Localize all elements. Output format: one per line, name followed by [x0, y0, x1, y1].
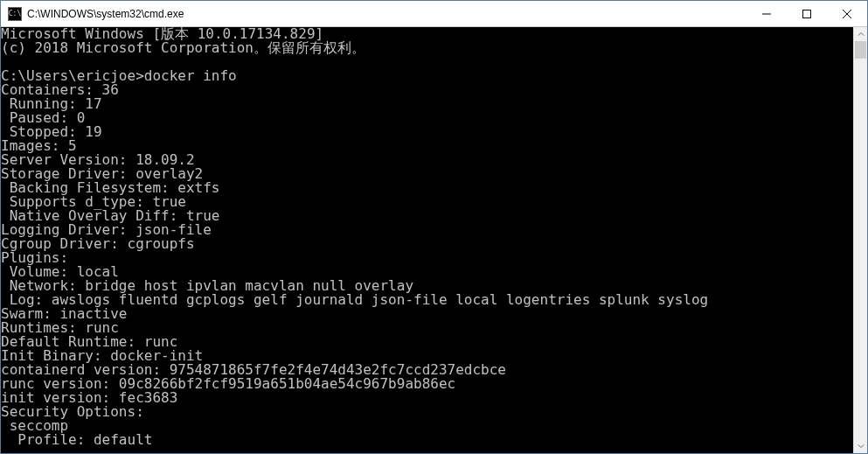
vertical-scrollbar[interactable]: [853, 27, 867, 453]
close-icon: [843, 10, 851, 18]
maximize-button[interactable]: [787, 1, 827, 26]
scrollbar-down-button[interactable]: [854, 439, 867, 453]
scrollbar-up-button[interactable]: [854, 27, 867, 41]
console-area: Microsoft Windows [版本 10.0.17134.829] (c…: [1, 27, 867, 453]
close-button[interactable]: [827, 1, 867, 26]
minimize-button[interactable]: [746, 1, 787, 26]
chevron-up-icon: [858, 31, 865, 38]
minimize-icon: [762, 10, 771, 18]
cmd-window: C:\ C:\WINDOWS\system32\cmd.exe Microsof…: [0, 0, 868, 454]
svg-rect-0: [803, 10, 811, 17]
console-output[interactable]: Microsoft Windows [版本 10.0.17134.829] (c…: [1, 27, 853, 453]
cmd-icon: C:\: [8, 7, 22, 21]
chevron-down-icon: [858, 443, 865, 450]
scrollbar-thumb[interactable]: [855, 41, 866, 59]
window-controls: [746, 1, 867, 26]
titlebar: C:\ C:\WINDOWS\system32\cmd.exe: [1, 1, 867, 27]
window-title: C:\WINDOWS\system32\cmd.exe: [22, 8, 746, 20]
maximize-icon: [802, 10, 811, 18]
